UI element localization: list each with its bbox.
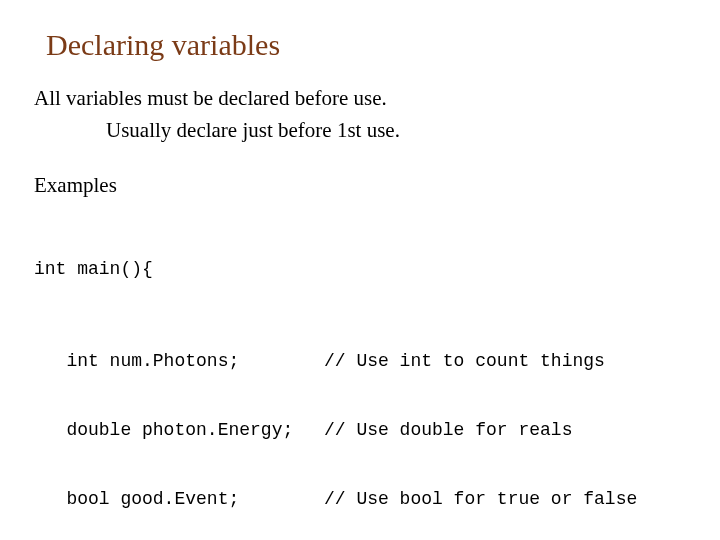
slide-title: Declaring variables: [46, 28, 686, 62]
examples-heading: Examples: [34, 173, 686, 198]
code-left: bool good.Event;: [34, 488, 324, 511]
intro-line-2: Usually declare just before 1st use.: [106, 116, 686, 144]
intro-line-1: All variables must be declared before us…: [34, 84, 686, 112]
code-comment: // Use double for reals: [324, 419, 686, 442]
slide: Declaring variables All variables must b…: [0, 0, 720, 540]
code-left: int num.Photons;: [34, 350, 324, 373]
code-open: int main(){: [34, 258, 686, 281]
code-row: int num.Photons; // Use int to count thi…: [34, 350, 686, 373]
code-block: int main(){ int num.Photons; // Use int …: [34, 212, 686, 540]
code-comment: // Use bool for true or false: [324, 488, 686, 511]
code-comment: // Use int to count things: [324, 350, 686, 373]
code-row: double photon.Energy; // Use double for …: [34, 419, 686, 442]
code-row: bool good.Event; // Use bool for true or…: [34, 488, 686, 511]
code-left: double photon.Energy;: [34, 419, 324, 442]
